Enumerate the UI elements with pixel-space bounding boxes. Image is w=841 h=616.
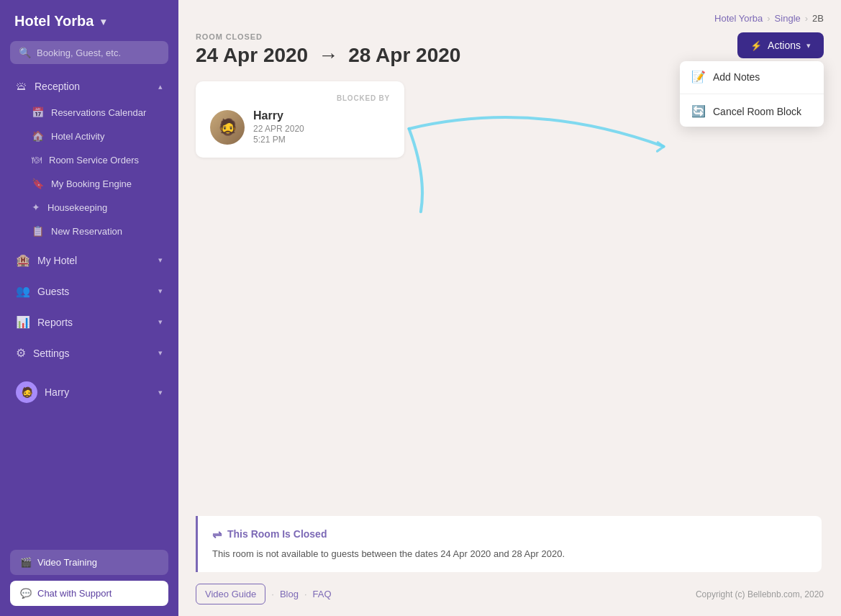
- guests-label: Guests: [37, 286, 69, 297]
- housekeeping-label: Housekeeping: [47, 202, 107, 213]
- sidebar-item-settings[interactable]: ⚙ Settings ▾: [4, 339, 174, 367]
- avatar: 🧔: [16, 381, 37, 403]
- reception-icon: 🛎: [16, 80, 27, 93]
- video-training-label: Video Training: [37, 557, 97, 568]
- search-input[interactable]: [37, 47, 160, 58]
- video-training-icon: 🎬: [20, 557, 32, 568]
- faq-link[interactable]: FAQ: [313, 589, 332, 599]
- sidebar-item-guests[interactable]: 👥 Guests ▾: [4, 277, 174, 305]
- settings-icon: ⚙: [16, 346, 26, 360]
- person-details: Harry 22 APR 2020 5:21 PM: [253, 109, 304, 145]
- search-bar[interactable]: 🔍: [10, 41, 168, 64]
- add-notes-label: Add Notes: [713, 71, 760, 83]
- footer-sep-1: ·: [271, 589, 274, 599]
- info-title-text: This Room Is Closed: [227, 528, 327, 540]
- person-time: 5:21 PM: [253, 135, 304, 145]
- blocked-by-card: BLOCKED BY 🧔 Harry 22 APR 2020 5:21 PM: [196, 81, 404, 158]
- nav-section-reception: 🛎 Reception ▴ 📅 Reservations Calendar 🏠 …: [0, 73, 178, 243]
- settings-label: Settings: [33, 348, 70, 359]
- my-hotel-chevron-icon: ▾: [158, 255, 163, 265]
- reservations-calendar-label: Reservations Calendar: [51, 107, 146, 118]
- reports-label: Reports: [37, 317, 73, 328]
- guests-icon: 👥: [16, 284, 30, 298]
- hotel-name-label: Hotel Yorba: [14, 13, 94, 30]
- breadcrumb-sep-1: ›: [767, 13, 770, 24]
- person-name: Harry: [253, 109, 304, 122]
- sidebar-item-new-reservation[interactable]: 📋 New Reservation: [4, 219, 174, 243]
- sidebar-item-room-service-orders[interactable]: 🍽 Room Service Orders: [4, 148, 174, 171]
- dropdown-cancel-block[interactable]: 🔄 Cancel Room Block: [680, 96, 824, 127]
- user-name-label: Harry: [45, 386, 151, 398]
- actions-bolt-icon: ⚡: [750, 40, 762, 51]
- date-arrow: →: [318, 44, 338, 67]
- calendar-icon: 📅: [32, 107, 44, 118]
- reports-icon: 📊: [16, 315, 30, 329]
- actions-caret-icon: ▾: [806, 41, 811, 50]
- chat-support-icon: 💬: [20, 588, 32, 599]
- person-date: 22 APR 2020: [253, 124, 304, 134]
- date-end: 28 Apr 2020: [348, 44, 460, 67]
- page-footer: Video Guide · Blog · FAQ Copyright (c) B…: [178, 572, 841, 616]
- person-avatar: 🧔: [210, 110, 245, 145]
- sidebar-footer: 🎬 Video Training 💬 Chat with Support: [0, 541, 178, 616]
- page-header-left: ROOM CLOSED 24 Apr 2020 → 28 Apr 2020: [196, 32, 460, 67]
- sidebar-item-reports[interactable]: 📊 Reports ▾: [4, 308, 174, 336]
- reception-chevron-icon: ▴: [158, 82, 163, 91]
- notes-icon: 📝: [691, 70, 706, 83]
- hotel-activity-label: Hotel Activity: [51, 131, 104, 142]
- user-chevron-icon: ▾: [158, 388, 163, 397]
- sidebar-item-my-booking-engine[interactable]: 🔖 My Booking Engine: [4, 172, 174, 195]
- breadcrumb-hotel[interactable]: Hotel Yorba: [714, 13, 763, 24]
- chat-support-button[interactable]: 💬 Chat with Support: [10, 581, 168, 606]
- hotel-chevron-icon: ▾: [101, 16, 106, 27]
- breadcrumb-single[interactable]: Single: [775, 13, 801, 24]
- room-service-icon: 🍽: [32, 154, 42, 166]
- nav-section-reports: 📊 Reports ▾: [0, 308, 178, 336]
- my-hotel-label: My Hotel: [37, 255, 77, 266]
- booking-engine-icon: 🔖: [32, 178, 44, 189]
- info-box-title: ⇌ This Room Is Closed: [212, 527, 807, 541]
- footer-sep-2: ·: [304, 589, 307, 599]
- my-booking-engine-label: My Booking Engine: [51, 178, 132, 189]
- cancel-block-label: Cancel Room Block: [713, 106, 801, 117]
- nav-section-settings: ⚙ Settings ▾: [0, 339, 178, 367]
- breadcrumb-sep-2: ›: [805, 13, 808, 24]
- breadcrumb-room: 2B: [812, 13, 824, 24]
- reports-chevron-icon: ▾: [158, 317, 163, 327]
- cancel-block-icon: 🔄: [691, 104, 706, 118]
- actions-label: Actions: [768, 40, 801, 51]
- dropdown-divider: [680, 94, 824, 94]
- sidebar-item-reservations-calendar[interactable]: 📅 Reservations Calendar: [4, 101, 174, 124]
- blog-link[interactable]: Blog: [280, 589, 299, 599]
- card-area: BLOCKED BY 🧔 Harry 22 APR 2020 5:21 PM: [178, 81, 841, 503]
- video-guide-button[interactable]: Video Guide: [196, 584, 265, 604]
- chat-support-label: Chat with Support: [37, 588, 112, 599]
- breadcrumb: Hotel Yorba › Single › 2B: [178, 0, 841, 28]
- hotel-activity-icon: 🏠: [32, 130, 44, 142]
- hotel-name-header[interactable]: Hotel Yorba ▾: [0, 0, 178, 41]
- blocked-by-label: BLOCKED BY: [210, 94, 390, 102]
- page-header: ROOM CLOSED 24 Apr 2020 → 28 Apr 2020 ⚡ …: [178, 28, 841, 81]
- person-row: 🧔 Harry 22 APR 2020 5:21 PM: [210, 109, 390, 145]
- info-box-text: This room is not available to guests bet…: [212, 547, 807, 561]
- sidebar-item-reception[interactable]: 🛎 Reception ▴: [4, 73, 174, 100]
- housekeeping-icon: ✦: [32, 201, 40, 213]
- room-service-orders-label: Room Service Orders: [49, 155, 139, 166]
- reception-label: Reception: [35, 81, 80, 92]
- sidebar-item-my-hotel[interactable]: 🏨 My Hotel ▾: [4, 246, 174, 274]
- my-hotel-icon: 🏨: [16, 253, 30, 267]
- dropdown-add-notes[interactable]: 📝 Add Notes: [680, 61, 824, 92]
- nav-section-my-hotel: 🏨 My Hotel ▾: [0, 246, 178, 274]
- user-profile-row[interactable]: 🧔 Harry ▾: [4, 376, 174, 409]
- copyright-text: Copyright (c) Bellebnb.com, 2020: [696, 589, 824, 599]
- room-closed-info-box: ⇌ This Room Is Closed This room is not a…: [196, 516, 822, 573]
- search-icon: 🔍: [19, 47, 31, 58]
- sidebar-item-housekeeping[interactable]: ✦ Housekeeping: [4, 196, 174, 219]
- footer-links: Video Guide · Blog · FAQ: [196, 584, 332, 604]
- actions-button[interactable]: ⚡ Actions ▾: [737, 32, 824, 58]
- new-reservation-icon: 📋: [32, 225, 44, 237]
- room-status-label: ROOM CLOSED: [196, 32, 460, 41]
- video-training-button[interactable]: 🎬 Video Training: [10, 550, 168, 575]
- date-start: 24 Apr 2020: [196, 44, 308, 67]
- sidebar-item-hotel-activity[interactable]: 🏠 Hotel Activity: [4, 124, 174, 148]
